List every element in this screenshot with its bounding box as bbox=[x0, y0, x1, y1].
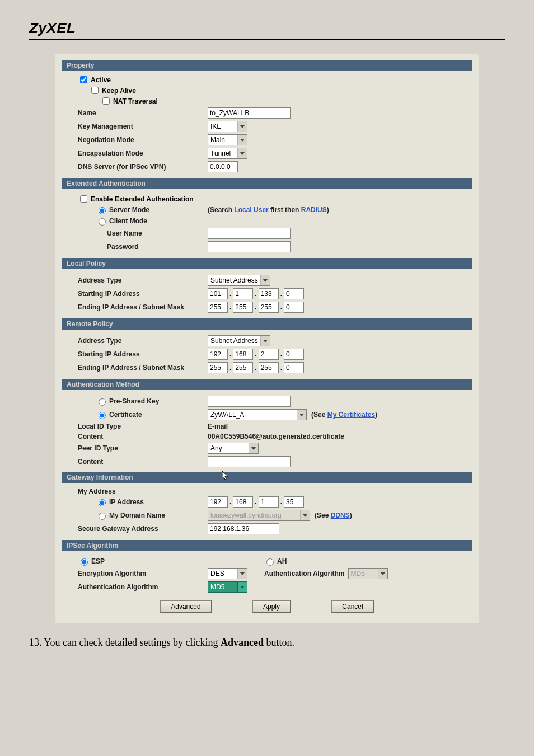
apply-button[interactable]: Apply bbox=[252, 600, 291, 613]
auth-alg-label: Authentication Algorithm bbox=[78, 583, 208, 591]
chevron-down-icon bbox=[237, 582, 247, 592]
chevron-down-icon bbox=[237, 569, 247, 579]
ip-octet[interactable] bbox=[208, 288, 228, 299]
psk-input[interactable] bbox=[208, 396, 291, 407]
chevron-down-icon bbox=[378, 569, 387, 579]
my-domain-name-select[interactable]: louisezywall.dyndns.org bbox=[208, 510, 310, 521]
password-input[interactable] bbox=[208, 241, 291, 252]
encryption-alg-select[interactable]: DES bbox=[208, 568, 247, 579]
ah-auth-alg-select[interactable]: MD5 bbox=[348, 568, 388, 579]
ip-octet[interactable] bbox=[284, 496, 304, 508]
auth-alg-select[interactable]: MD5 bbox=[208, 581, 247, 593]
section-header-property: Property bbox=[62, 60, 472, 71]
certificate-select[interactable]: ZyWALL_A bbox=[208, 409, 307, 420]
chevron-down-icon bbox=[249, 443, 258, 453]
chevron-down-icon bbox=[260, 275, 270, 285]
ip-octet[interactable] bbox=[233, 349, 253, 360]
server-mode-radio[interactable] bbox=[99, 207, 106, 214]
psk-label: Pre-Shared Key bbox=[109, 397, 159, 405]
remote-start-ip-label: Starting IP Address bbox=[78, 350, 208, 358]
nat-traversal-row: NAT Traversal bbox=[62, 96, 472, 106]
chevron-down-icon bbox=[297, 410, 306, 420]
certificate-label: Certificate bbox=[109, 411, 142, 419]
cursor-icon bbox=[222, 471, 229, 482]
peer-id-type-select[interactable]: Any bbox=[208, 443, 259, 454]
ip-octet[interactable] bbox=[233, 362, 253, 373]
chevron-down-icon bbox=[237, 148, 247, 158]
local-user-link[interactable]: Local User bbox=[234, 206, 268, 214]
client-mode-radio[interactable] bbox=[99, 218, 106, 226]
dns-server-input[interactable] bbox=[208, 161, 238, 172]
section-header-ipsec-alg: IPSec Algorithm bbox=[62, 540, 472, 551]
ip-octet[interactable] bbox=[259, 302, 279, 313]
enable-ext-auth-checkbox[interactable] bbox=[80, 195, 87, 203]
ip-octet[interactable] bbox=[233, 302, 253, 313]
encapsulation-mode-label: Encapsulation Mode bbox=[78, 149, 208, 157]
section-header-gateway-info: Gateway Information bbox=[62, 472, 472, 483]
ip-octet[interactable] bbox=[284, 302, 304, 313]
keep-alive-checkbox[interactable] bbox=[91, 87, 99, 94]
local-id-type-label: Local ID Type bbox=[78, 422, 208, 430]
peer-id-type-label: Peer ID Type bbox=[78, 444, 208, 452]
user-name-label: User Name bbox=[107, 229, 208, 237]
advanced-button[interactable]: Advanced bbox=[160, 600, 211, 613]
user-name-input[interactable] bbox=[208, 228, 291, 239]
remote-addr-type-select[interactable]: Subnet Address bbox=[208, 335, 270, 346]
active-checkbox[interactable] bbox=[80, 76, 87, 83]
ip-octet[interactable] bbox=[233, 496, 253, 508]
psk-radio[interactable] bbox=[99, 398, 106, 406]
ip-octet[interactable] bbox=[284, 349, 304, 360]
secure-gateway-input[interactable] bbox=[208, 523, 279, 534]
my-domain-name-radio[interactable] bbox=[99, 513, 106, 520]
nat-traversal-checkbox[interactable] bbox=[102, 97, 110, 105]
cancel-button[interactable]: Cancel bbox=[331, 600, 373, 613]
ip-octet[interactable] bbox=[284, 362, 304, 373]
ip-octet[interactable] bbox=[208, 302, 228, 313]
secure-gateway-label: Secure Gateway Address bbox=[78, 525, 208, 533]
local-end-ip-label: Ending IP Address / Subnet Mask bbox=[78, 303, 208, 311]
my-ip-address: . . . bbox=[208, 496, 472, 508]
active-label: Active bbox=[91, 76, 111, 84]
ip-address-radio[interactable] bbox=[99, 499, 106, 506]
ip-octet[interactable] bbox=[259, 349, 279, 360]
ip-octet[interactable] bbox=[259, 288, 279, 299]
ah-radio[interactable] bbox=[266, 558, 274, 566]
ip-octet[interactable] bbox=[208, 496, 228, 508]
key-management-select[interactable]: IKE bbox=[208, 121, 247, 132]
local-addr-type-label: Address Type bbox=[78, 276, 208, 284]
my-domain-name-label: My Domain Name bbox=[109, 511, 165, 519]
negotiation-mode-select[interactable]: Main bbox=[208, 134, 247, 145]
ddns-link[interactable]: DDNS bbox=[331, 511, 350, 519]
local-start-ip-label: Starting IP Address bbox=[78, 290, 208, 298]
radius-link[interactable]: RADIUS bbox=[301, 206, 327, 214]
password-label: Password bbox=[107, 243, 208, 251]
ip-octet[interactable] bbox=[259, 496, 279, 508]
content2-input[interactable] bbox=[208, 456, 291, 467]
my-certificates-link[interactable]: My Certificates bbox=[327, 411, 375, 419]
name-input[interactable] bbox=[208, 107, 291, 119]
dns-server-label: DNS Server (for IPSec VPN) bbox=[78, 163, 208, 171]
encapsulation-mode-select[interactable]: Tunnel bbox=[208, 148, 247, 159]
config-panel: Property Active Keep Alive NAT Traversal… bbox=[55, 54, 479, 623]
nat-traversal-label: NAT Traversal bbox=[113, 97, 158, 105]
keep-alive-row: Keep Alive bbox=[62, 85, 472, 96]
ah-label: AH bbox=[277, 557, 287, 565]
content-label: Content bbox=[78, 433, 208, 440]
certificate-radio[interactable] bbox=[99, 412, 106, 419]
ip-address-label: IP Address bbox=[109, 498, 144, 506]
client-mode-label: Client Mode bbox=[109, 217, 147, 225]
local-id-type-value: E-mail bbox=[208, 422, 472, 430]
chevron-down-icon bbox=[300, 510, 310, 520]
negotiation-mode-label: Negotiation Mode bbox=[78, 136, 208, 144]
ip-octet[interactable] bbox=[259, 362, 279, 373]
esp-radio[interactable] bbox=[81, 558, 88, 566]
remote-end-ip: . . . bbox=[208, 362, 472, 373]
ip-octet[interactable] bbox=[233, 288, 253, 299]
enable-ext-auth-row: Enable Extended Authentication bbox=[62, 194, 472, 204]
chevron-down-icon bbox=[237, 135, 247, 145]
local-addr-type-select[interactable]: Subnet Address bbox=[208, 275, 270, 286]
ip-octet[interactable] bbox=[284, 288, 304, 299]
ip-octet[interactable] bbox=[208, 349, 228, 360]
ip-octet[interactable] bbox=[208, 362, 228, 373]
encryption-alg-label: Encryption Algorithm bbox=[78, 570, 208, 577]
